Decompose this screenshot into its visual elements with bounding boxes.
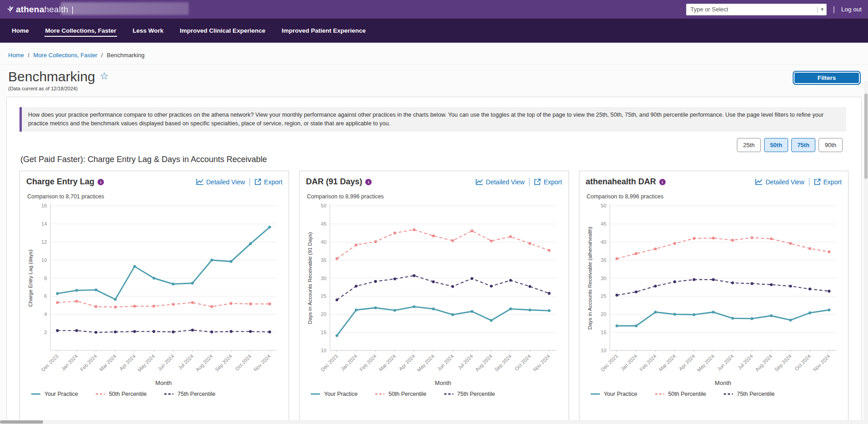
svg-text:Apr 2024: Apr 2024 — [677, 353, 696, 371]
line-chart: 246810121416Dec 2023Jan 2024Feb 2024Mar … — [26, 201, 282, 390]
svg-text:20: 20 — [601, 311, 606, 317]
nav-item-more-collections-faster[interactable]: More Collections, Faster — [39, 24, 123, 38]
line-chart-icon — [196, 178, 204, 185]
svg-text:20: 20 — [321, 311, 326, 317]
info-icon[interactable]: i — [659, 179, 666, 185]
svg-text:May 2024: May 2024 — [696, 353, 715, 373]
redacted-search-area[interactable] — [61, 2, 189, 15]
svg-text:Jul 2024: Jul 2024 — [177, 353, 194, 370]
svg-text:Aug 2024: Aug 2024 — [474, 353, 493, 372]
breadcrumb-separator: / — [28, 52, 29, 59]
svg-text:Jan 2024: Jan 2024 — [619, 353, 638, 372]
page-header: Benchmarking☆ (Data current as of 12/18/… — [0, 65, 868, 91]
svg-text:Dec 2023: Dec 2023 — [599, 353, 618, 372]
svg-text:25: 25 — [601, 293, 606, 299]
comparison-label: Comparison to 8,996 practices — [587, 193, 842, 200]
svg-text:Apr 2024: Apr 2024 — [118, 353, 137, 371]
svg-text:Days in Accounts Receivable (9: Days in Accounts Receivable (91 Days) — [307, 232, 313, 324]
svg-text:2: 2 — [44, 330, 47, 335]
svg-text:Sep 2024: Sep 2024 — [494, 353, 513, 372]
svg-text:Oct 2024: Oct 2024 — [794, 353, 812, 371]
link-divider — [809, 178, 809, 186]
horizontal-scrollbar-thumb[interactable] — [0, 420, 43, 424]
card-title: Charge Entry Lag — [26, 177, 94, 187]
info-icon[interactable]: i — [98, 179, 104, 185]
export-link[interactable]: Export — [814, 178, 842, 186]
nav-item-home[interactable]: Home — [5, 24, 35, 38]
context-select[interactable]: Type or Select | ▾ — [686, 4, 827, 15]
charts-row: Charge Entry Lag i Detailed View Export … — [20, 171, 848, 423]
svg-text:Nov 2024: Nov 2024 — [812, 353, 831, 372]
breadcrumb-separator: / — [101, 52, 103, 59]
legend-75th-percentile: 75th Percentile — [444, 391, 495, 397]
line-chart-icon — [476, 178, 483, 185]
favorite-star-icon[interactable]: ☆ — [100, 70, 109, 82]
context-select-placeholder: Type or Select — [691, 6, 817, 13]
toggle-50th[interactable]: 50th — [764, 138, 788, 152]
legend-your-practice: Your Practice — [590, 391, 638, 397]
svg-text:Feb 2024: Feb 2024 — [79, 353, 98, 372]
svg-text:15: 15 — [601, 330, 606, 335]
legend-50th-percentile: 50th Percentile — [655, 391, 706, 397]
svg-text:Charge Entry Lag (days): Charge Entry Lag (days) — [28, 250, 33, 307]
logout-link[interactable]: Log out — [841, 6, 862, 13]
chevron-down-icon[interactable]: ▾ — [821, 6, 824, 12]
breadcrumb-more-collections-faster[interactable]: More Collections, Faster — [34, 52, 98, 59]
svg-text:4: 4 — [44, 311, 47, 317]
filters-button[interactable]: Filters — [793, 71, 861, 85]
toggle-90th[interactable]: 90th — [819, 138, 843, 152]
toggle-25th[interactable]: 25th — [737, 138, 761, 152]
detailed-view-link[interactable]: Detailed View — [476, 178, 525, 186]
horizontal-scrollbar[interactable] — [0, 420, 868, 424]
svg-text:Mar 2024: Mar 2024 — [378, 353, 397, 372]
breadcrumb-current: Benchmarking — [107, 52, 144, 59]
svg-text:50: 50 — [321, 203, 326, 209]
svg-text:Month: Month — [715, 380, 731, 386]
svg-text:Mar 2024: Mar 2024 — [657, 353, 677, 372]
legend-75th-percentile: 75th Percentile — [164, 391, 215, 397]
svg-text:Feb 2024: Feb 2024 — [638, 353, 657, 372]
toggle-75th[interactable]: 75th — [791, 138, 815, 152]
export-icon — [255, 178, 261, 185]
svg-text:May 2024: May 2024 — [137, 353, 156, 373]
comparison-label: Comparison to 8,701 practices — [27, 193, 282, 200]
nav-item-less-work[interactable]: Less Work — [126, 24, 170, 38]
svg-text:Sep 2024: Sep 2024 — [773, 353, 792, 372]
vertical-scrollbar[interactable] — [864, 81, 868, 420]
breadcrumb: Home / More Collections, Faster / Benchm… — [0, 43, 868, 65]
info-icon[interactable]: i — [365, 179, 372, 185]
svg-text:Jun 2024: Jun 2024 — [436, 353, 455, 372]
detailed-view-link[interactable]: Detailed View — [755, 178, 804, 186]
percentile-toggle-group: 25th 50th 75th 90th — [20, 138, 843, 152]
svg-text:Apr 2024: Apr 2024 — [398, 353, 416, 371]
topbar-divider: | — [833, 5, 835, 14]
card-title: DAR (91 Days) — [306, 177, 362, 187]
svg-text:30: 30 — [321, 276, 326, 281]
svg-text:Sep 2024: Sep 2024 — [214, 353, 233, 372]
legend-your-practice: Your Practice — [31, 391, 78, 397]
export-link[interactable]: Export — [534, 178, 562, 186]
top-bar: athenahealth | Type or Select | ▾ | Log … — [0, 0, 868, 19]
svg-text:45: 45 — [321, 221, 326, 227]
line-chart: 101520253035404550Dec 2023Jan 2024Feb 20… — [306, 201, 562, 390]
chart-legend: Your Practice 50th Percentile 75th Perce… — [310, 391, 562, 397]
legend-your-practice: Your Practice — [310, 391, 358, 397]
svg-text:Month: Month — [155, 380, 172, 386]
vertical-scrollbar-thumb[interactable] — [864, 94, 868, 179]
svg-text:Jan 2024: Jan 2024 — [340, 353, 358, 372]
nav-item-improved-patient-experience[interactable]: Improved Patient Experience — [275, 24, 372, 38]
svg-text:50: 50 — [601, 203, 606, 209]
comparison-label: Comparison to 8,996 practices — [307, 193, 562, 200]
data-current-label: (Data current as of 12/18/2024) — [8, 86, 109, 91]
svg-text:Jun 2024: Jun 2024 — [157, 353, 175, 372]
intro-banner: How does your practice performance compa… — [20, 107, 846, 132]
card-title: athenahealth DAR — [586, 177, 656, 187]
svg-text:Jun 2024: Jun 2024 — [716, 353, 735, 372]
detailed-view-link[interactable]: Detailed View — [196, 178, 245, 186]
svg-text:Jan 2024: Jan 2024 — [60, 353, 79, 372]
export-link[interactable]: Export — [255, 178, 282, 186]
nav-item-improved-clinical-experience[interactable]: Improved Clinical Experience — [173, 24, 271, 38]
breadcrumb-home[interactable]: Home — [8, 52, 24, 59]
svg-text:Aug 2024: Aug 2024 — [754, 353, 773, 372]
chart-legend: Your Practice 50th Percentile 75th Perce… — [31, 391, 282, 397]
